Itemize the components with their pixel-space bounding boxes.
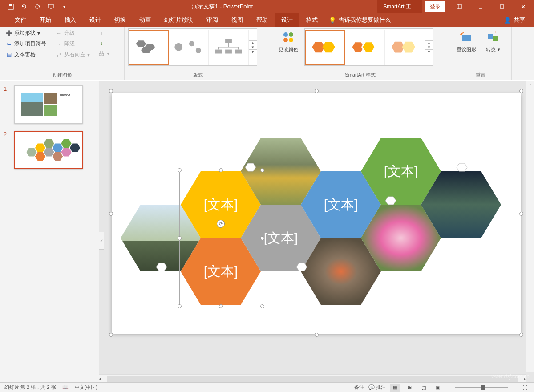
selection-handle[interactable] <box>519 89 523 93</box>
slide-thumb-1[interactable]: 1 SmartArt <box>4 85 99 124</box>
zoom-out-icon[interactable]: − <box>447 385 450 390</box>
rotation-handle[interactable]: ⟳ <box>217 220 225 228</box>
change-colors-button[interactable]: 更改颜色 <box>275 28 302 55</box>
group-label-styles: SmartArt 样式 <box>275 70 445 80</box>
slide-number-1: 1 <box>4 85 10 124</box>
svg-marker-43 <box>53 143 63 152</box>
title-bar: ▾ 演示文稿1 - PowerPoint SmartArt 工... 登录 <box>0 0 534 13</box>
slide-number-2: 2 <box>4 131 10 169</box>
tab-help[interactable]: 帮助 <box>250 13 275 27</box>
shape-handle[interactable] <box>260 236 264 240</box>
svg-rect-17 <box>225 50 232 54</box>
tab-transitions[interactable]: 切换 <box>108 13 133 27</box>
shape-selection-box[interactable] <box>179 170 262 306</box>
tab-review[interactable]: 审阅 <box>200 13 225 27</box>
tab-view[interactable]: 视图 <box>225 13 250 27</box>
redo-icon[interactable] <box>34 3 41 10</box>
shape-handle[interactable] <box>260 304 264 308</box>
tab-animations[interactable]: 动画 <box>133 13 158 27</box>
move-down-button[interactable]: ↓ <box>96 39 111 48</box>
minimize-icon[interactable] <box>470 0 491 13</box>
save-icon[interactable] <box>7 3 14 10</box>
convert-button[interactable]: 转换 ▾ <box>482 28 504 55</box>
text-pane-toggle[interactable]: ◁ <box>99 232 104 250</box>
tab-file[interactable]: 文件 <box>8 13 33 27</box>
notes-button[interactable]: ≐ 备注 <box>349 384 364 391</box>
tab-smartart-design[interactable]: 设计 <box>275 13 299 27</box>
smartart-hexagon-cluster[interactable] <box>112 93 521 334</box>
svg-marker-60 <box>296 263 307 271</box>
group-label-layouts: 版式 <box>128 70 267 80</box>
rtl-icon: ⇄ <box>55 51 62 58</box>
add-bullet-button[interactable]: ≔添加项目符号 <box>4 39 48 48</box>
shape-handle[interactable] <box>260 168 264 172</box>
style-option-1[interactable] <box>305 30 345 65</box>
canvas-area[interactable]: [文本] [文本] [文本] [文本] [文本] ⟳ <box>99 81 534 382</box>
layout-gallery-scroll[interactable]: ▲▼▼ <box>249 40 257 54</box>
layout-option-hexcluster[interactable] <box>129 30 169 65</box>
reading-view-icon[interactable]: 🕮 <box>419 384 429 392</box>
slideshow-view-icon[interactable]: ▣ <box>433 384 443 392</box>
hex-text-green[interactable]: [文本] <box>384 162 418 181</box>
svg-point-26 <box>289 38 293 42</box>
shape-handle[interactable] <box>178 304 182 308</box>
slide-counter[interactable]: 幻灯片 第 2 张，共 2 张 <box>4 384 56 391</box>
shape-handle[interactable] <box>219 168 223 172</box>
svg-point-23 <box>283 32 288 37</box>
spellcheck-icon[interactable]: 📖 <box>62 384 69 390</box>
ribbon-group-create: ➕添加形状 ▾ ≔添加项目符号 ▤文本窗格 ←升级 →降级 ⇄从右向左 ▾ ↑ … <box>0 27 125 80</box>
shape-handle[interactable] <box>178 236 182 240</box>
vertical-scrollbar[interactable]: ▴ <box>526 81 534 372</box>
fit-to-window-icon[interactable]: ⛶ <box>520 384 530 392</box>
slide-thumb-2[interactable]: 2 <box>4 131 99 169</box>
normal-view-icon[interactable]: ▦ <box>390 384 400 392</box>
style-option-2[interactable] <box>345 30 385 65</box>
undo-icon[interactable] <box>20 3 28 10</box>
maximize-icon[interactable] <box>491 0 513 13</box>
selection-handle[interactable] <box>315 89 319 93</box>
horizontal-scrollbar[interactable]: ◂ ▸ <box>99 374 526 382</box>
tab-slideshow[interactable]: 幻灯片放映 <box>158 13 200 27</box>
sorter-view-icon[interactable]: ⊞ <box>405 384 414 392</box>
hex-text-blue[interactable]: [文本] <box>324 196 358 214</box>
qat-more-icon[interactable]: ▾ <box>61 3 68 10</box>
slides-panel[interactable]: 1 SmartArt 2 <box>0 81 99 382</box>
login-button[interactable]: 登录 <box>425 1 445 12</box>
convert-label: 转换 ▾ <box>486 46 500 53</box>
slideshow-icon[interactable] <box>47 3 54 10</box>
reset-label: 重设图形 <box>457 46 476 53</box>
zoom-in-icon[interactable]: + <box>513 385 515 390</box>
shape-handle[interactable] <box>178 168 182 172</box>
window-title: 演示文稿1 - PowerPoint <box>68 3 377 11</box>
comments-button[interactable]: 💬 批注 <box>368 384 386 391</box>
contextual-tab-label[interactable]: SmartArt 工... <box>377 0 422 13</box>
tell-me[interactable]: 💡 告诉我你想要做什么 <box>329 16 391 24</box>
svg-marker-42 <box>44 139 54 148</box>
svg-rect-16 <box>215 50 222 54</box>
layout-option-2[interactable] <box>169 30 209 65</box>
ribbon-group-layouts: ▲▼▼ 版式 <box>125 27 271 80</box>
change-colors-label: 更改颜色 <box>279 46 298 53</box>
zoom-slider[interactable] <box>455 387 508 388</box>
tab-smartart-format[interactable]: 格式 <box>299 13 324 27</box>
style-option-3[interactable] <box>385 30 425 65</box>
tab-design[interactable]: 设计 <box>83 13 108 27</box>
selection-handle[interactable] <box>109 89 113 93</box>
text-pane-button[interactable]: ▤文本窗格 <box>4 50 48 59</box>
hex-text-gray[interactable]: [文本] <box>264 229 298 247</box>
style-gallery-scroll[interactable]: ▲▼▼ <box>425 40 433 54</box>
tab-insert[interactable]: 插入 <box>58 13 83 27</box>
language-label[interactable]: 中文(中国) <box>75 384 97 391</box>
layout-option-3[interactable] <box>209 30 249 65</box>
tab-home[interactable]: 开始 <box>33 13 58 27</box>
reset-graphic-button[interactable]: 重设图形 <box>453 28 480 55</box>
ribbon-options-icon[interactable] <box>449 0 470 13</box>
svg-rect-36 <box>493 36 498 41</box>
slide-canvas[interactable]: [文本] [文本] [文本] [文本] [文本] ⟳ <box>112 93 521 334</box>
share-button[interactable]: 👤 共享 <box>504 16 525 24</box>
svg-marker-58 <box>156 263 167 271</box>
shape-handle[interactable] <box>219 304 223 308</box>
add-shape-button[interactable]: ➕添加形状 ▾ <box>4 28 48 38</box>
close-icon[interactable] <box>513 0 534 13</box>
status-bar: 幻灯片 第 2 张，共 2 张 📖 中文(中国) ≐ 备注 💬 批注 ▦ ⊞ 🕮… <box>0 382 534 392</box>
